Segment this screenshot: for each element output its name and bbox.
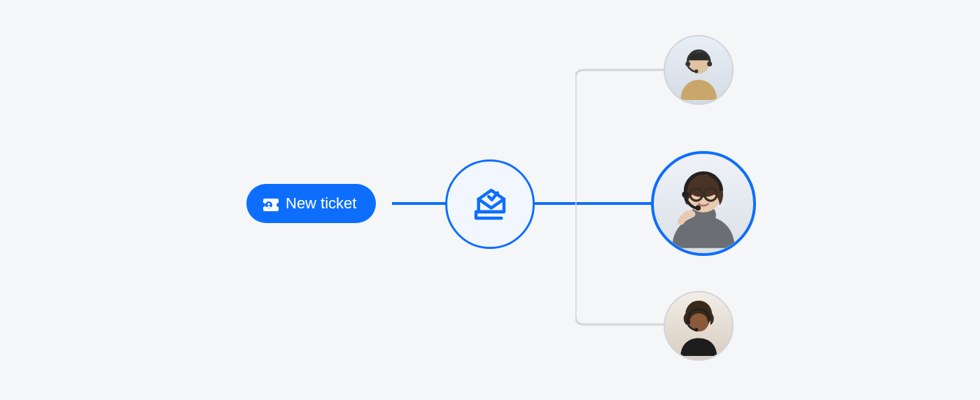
agent-avatar-3	[664, 291, 734, 361]
new-ticket-button[interactable]: New ticket	[246, 184, 376, 223]
person-headset-icon	[659, 159, 748, 248]
agent-avatar-2-selected	[651, 151, 756, 256]
diagram-canvas: New ticket	[0, 0, 980, 400]
svg-point-8	[682, 191, 689, 198]
connector-inbox-to-agent	[535, 202, 657, 205]
svg-point-1	[685, 62, 690, 66]
svg-point-14	[694, 328, 698, 331]
routing-node	[445, 159, 535, 249]
svg-point-13	[685, 320, 690, 324]
svg-point-3	[694, 69, 698, 73]
agent-avatar-1	[664, 35, 734, 105]
connector-ticket-to-inbox	[392, 202, 448, 205]
inbox-check-icon	[470, 184, 510, 224]
svg-point-2	[707, 62, 712, 66]
ticket-icon	[263, 197, 279, 210]
new-ticket-label: New ticket	[286, 194, 356, 213]
person-headset-icon	[668, 40, 729, 100]
svg-point-9	[695, 206, 701, 211]
person-headset-icon	[668, 296, 729, 356]
